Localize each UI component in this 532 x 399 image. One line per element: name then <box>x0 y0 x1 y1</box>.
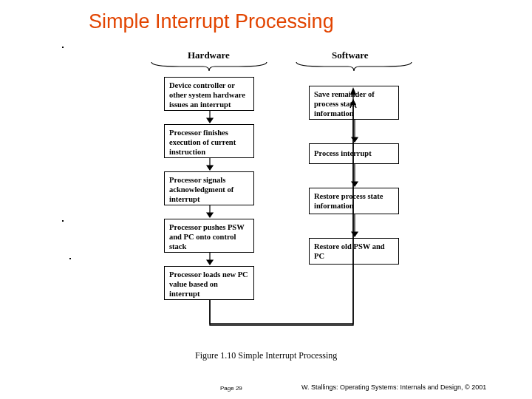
arrow-icon <box>205 158 214 171</box>
sw-box-3: Restore process state information <box>309 188 399 214</box>
software-brace-icon <box>295 61 413 72</box>
hw-box-2: Processor finishes execution of current … <box>164 124 254 158</box>
page-number: Page 29 <box>220 385 242 392</box>
artifact-dot <box>69 258 71 259</box>
hw-box-4: Processor pushes PSW and PC onto control… <box>164 219 254 253</box>
hw-box-1: Device controller or other system hardwa… <box>164 77 254 111</box>
software-header: Software <box>332 50 369 61</box>
sw-box-1: Save remainder of process state informat… <box>309 86 399 120</box>
hw-box-5: Processor loads new PC value based on in… <box>164 266 254 300</box>
arrow-icon <box>350 214 359 238</box>
artifact-dot <box>62 47 64 48</box>
arrow-icon <box>350 120 359 143</box>
artifact-dot <box>62 220 64 222</box>
sw-box-4: Restore old PSW and PC <box>309 238 399 265</box>
hw-box-3: Processor signals acknowledgment of inte… <box>164 171 254 205</box>
page-title: Simple Interrupt Processing <box>89 10 334 33</box>
arrow-icon <box>205 111 214 124</box>
hardware-brace-icon <box>150 61 268 72</box>
arrow-icon <box>205 205 214 219</box>
figure-caption: Figure 1.10 Simple Interrupt Processing <box>195 350 337 361</box>
hardware-header: Hardware <box>188 50 230 61</box>
footer-attribution: W. Stallings: Operating Systems: Interna… <box>301 383 486 391</box>
arrow-icon <box>350 164 359 188</box>
sw-box-2: Process interrupt <box>309 143 399 164</box>
arrow-icon <box>205 253 214 266</box>
